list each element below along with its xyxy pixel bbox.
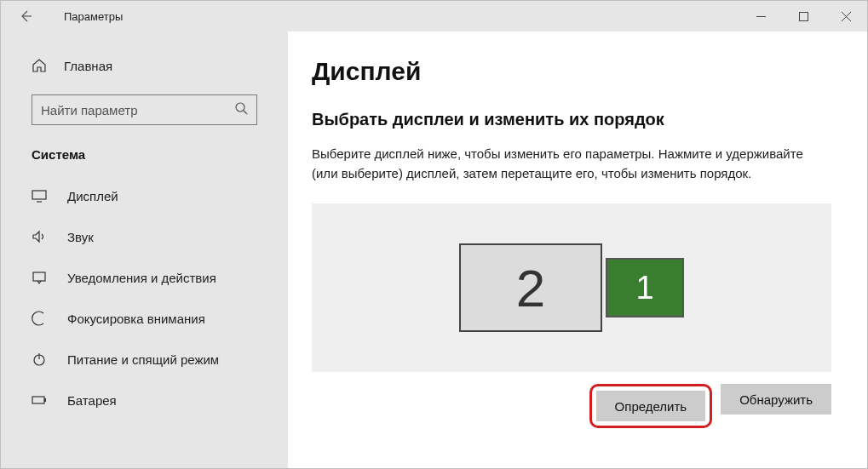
minimize-button[interactable] [739, 1, 782, 31]
search-icon [234, 101, 248, 118]
focus-icon [32, 311, 50, 326]
category-heading: Система [1, 140, 288, 175]
highlight-annotation: Определить [589, 384, 713, 428]
display-icon [32, 188, 50, 203]
window-title: Параметры [64, 10, 123, 23]
section-description: Выберите дисплей ниже, чтобы изменить ег… [312, 145, 831, 183]
svg-rect-2 [32, 191, 46, 199]
home-link[interactable]: Главная [1, 49, 288, 83]
maximize-button[interactable] [782, 1, 825, 31]
nav-notifications[interactable]: Уведомления и действия [1, 257, 288, 298]
nav-sound[interactable]: Звук [1, 216, 288, 257]
search-wrap [1, 94, 288, 140]
svg-rect-3 [33, 272, 45, 281]
sidebar: Главная Система Дисплей Звук [1, 31, 288, 468]
titlebar: Параметры [1, 1, 867, 31]
nav-label: Дисплей [67, 189, 118, 203]
search-input[interactable] [41, 103, 234, 117]
svg-rect-0 [799, 12, 808, 20]
arrow-left-icon [19, 9, 32, 23]
nav-label: Уведомления и действия [67, 271, 216, 285]
home-icon [32, 58, 50, 73]
back-button[interactable] [13, 3, 38, 29]
close-button[interactable] [825, 1, 867, 31]
monitor-1[interactable]: 1 [606, 258, 684, 317]
svg-point-1 [236, 103, 244, 112]
nav-display[interactable]: Дисплей [1, 175, 288, 216]
search-box[interactable] [32, 94, 257, 125]
section-heading: Выбрать дисплеи и изменить их порядок [312, 110, 843, 129]
identify-button[interactable]: Определить [596, 391, 706, 421]
button-row: Определить Обнаружить [312, 384, 831, 428]
svg-rect-5 [32, 397, 44, 403]
nav-label: Звук [67, 230, 94, 244]
notifications-icon [32, 270, 50, 285]
detect-button[interactable]: Обнаружить [721, 384, 831, 415]
power-icon [32, 352, 50, 367]
svg-rect-6 [44, 398, 46, 402]
sound-icon [32, 229, 50, 244]
nav-label: Фокусировка внимания [67, 312, 205, 326]
nav-label: Питание и спящий режим [67, 352, 219, 367]
window-controls [739, 1, 867, 31]
page-heading: Дисплей [312, 57, 843, 86]
nav-label: Батарея [67, 393, 117, 408]
monitor-row: 2 1 [459, 243, 684, 332]
settings-window: Параметры Главная С [0, 0, 868, 469]
nav-focus[interactable]: Фокусировка внимания [1, 298, 288, 339]
display-arrangement-area: 2 1 [312, 203, 831, 372]
nav-power[interactable]: Питание и спящий режим [1, 339, 288, 380]
nav-battery[interactable]: Батарея [1, 380, 288, 420]
body: Главная Система Дисплей Звук [1, 31, 867, 468]
home-label: Главная [64, 59, 112, 73]
battery-icon [32, 392, 50, 408]
main-content: Дисплей Выбрать дисплеи и изменить их по… [288, 31, 867, 468]
monitor-2[interactable]: 2 [459, 243, 602, 332]
